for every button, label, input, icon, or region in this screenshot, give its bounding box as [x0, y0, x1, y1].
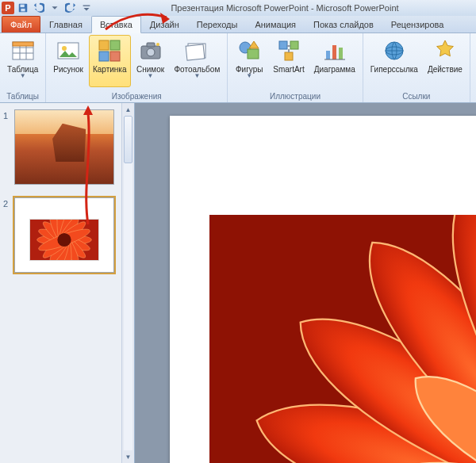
hyperlink-button-label: Гиперссылка	[370, 65, 418, 74]
window-title: Презентация Microsoft PowerPoint - Micro…	[94, 3, 476, 13]
smartart-button-label: SmartArt	[273, 65, 304, 74]
chart-button[interactable]: Диаграмма	[310, 35, 359, 87]
undo-button[interactable]	[32, 1, 46, 15]
smartart-icon	[276, 38, 301, 63]
chart-icon	[322, 38, 347, 63]
ribbon-group-tables: Таблица ▼ Таблицы	[0, 33, 46, 102]
tab-design[interactable]: Дизайн	[141, 15, 188, 33]
smartart-button[interactable]: SmartArt	[269, 35, 308, 87]
svg-rect-3	[83, 6, 90, 6]
clipart-button[interactable]: Картинка	[89, 35, 131, 87]
scrollbar-track[interactable]	[124, 116, 132, 450]
svg-rect-29	[332, 45, 336, 59]
dropdown-caret-icon: ▼	[148, 74, 154, 78]
tab-slideshow[interactable]: Показ слайдов	[305, 15, 382, 33]
dropdown-caret-icon: ▼	[20, 74, 26, 78]
svg-rect-18	[147, 43, 155, 47]
ribbon-group-links: Гиперссылка Действие Ссылки	[363, 33, 470, 102]
svg-point-47	[57, 233, 71, 247]
action-button-label: Действие	[428, 65, 463, 74]
group-label-tables: Таблицы	[3, 90, 42, 102]
svg-rect-25	[279, 41, 287, 49]
slide-canvas[interactable]	[170, 116, 476, 463]
ribbon-group-images: Рисунок Картинка Снимок ▼ Фотоальбом	[46, 33, 228, 102]
thumbnail-item: 1	[0, 103, 134, 191]
ribbon-group-text: Над	[470, 33, 476, 102]
ribbon-tabs: Файл Главная Вставка Дизайн Переходы Ани…	[0, 16, 476, 33]
chart-button-label: Диаграмма	[314, 65, 355, 74]
screenshot-button[interactable]: Снимок ▼	[132, 35, 169, 87]
title-bar: P Презентация Microsoft PowerPoint - Mic…	[0, 0, 476, 16]
scroll-down-arrow-icon[interactable]: ▼	[122, 450, 134, 463]
svg-rect-12	[99, 40, 109, 50]
svg-rect-26	[290, 41, 298, 49]
svg-point-17	[147, 48, 155, 56]
group-label-links: Ссылки	[367, 90, 466, 102]
tab-animations[interactable]: Анимация	[246, 15, 305, 33]
thumbnail-index: 1	[3, 109, 14, 185]
hyperlink-button[interactable]: Гиперссылка	[367, 35, 422, 87]
clipart-icon	[97, 38, 122, 63]
svg-point-11	[62, 46, 67, 51]
slide-image-flower[interactable]	[209, 215, 476, 463]
picture-button-label: Рисунок	[53, 65, 83, 74]
slide-thumbnail-2[interactable]	[14, 197, 114, 273]
slide-thumbnail-1[interactable]	[14, 109, 114, 185]
tab-file[interactable]: Файл	[2, 16, 40, 33]
svg-rect-30	[339, 48, 343, 59]
group-label-illustrations: Иллюстрации	[231, 90, 359, 102]
svg-point-19	[156, 43, 159, 46]
svg-rect-27	[285, 52, 293, 60]
thumbnail-image-flower	[29, 219, 99, 261]
powerpoint-app-icon: P	[2, 2, 14, 14]
svg-rect-1	[21, 5, 25, 8]
picture-button[interactable]: Рисунок	[49, 35, 87, 87]
svg-rect-9	[13, 42, 33, 46]
svg-rect-15	[110, 52, 120, 61]
thumbnail-index: 2	[3, 197, 14, 273]
tab-review[interactable]: Рецензирова	[382, 15, 453, 33]
tab-transitions[interactable]: Переходы	[188, 15, 247, 33]
qat-customize-dropdown[interactable]	[79, 1, 94, 15]
clipart-button-label: Картинка	[93, 65, 127, 74]
redo-button[interactable]	[63, 1, 78, 15]
dropdown-caret-icon: ▼	[246, 74, 252, 78]
thumbnail-image-landscape	[15, 110, 113, 184]
svg-rect-22	[186, 44, 205, 60]
tab-insert[interactable]: Вставка	[91, 16, 141, 33]
slide-editor-area[interactable]	[135, 103, 476, 463]
ribbon-group-illustrations: Фигуры ▼ SmartArt Диаграмма Иллюстрации	[228, 33, 363, 102]
thumbnail-item: 2	[0, 191, 134, 279]
slide-thumbnails-pane: 1 2	[0, 103, 135, 463]
svg-rect-28	[326, 51, 330, 59]
workspace: 1 2	[0, 103, 476, 463]
photoalbum-button[interactable]: Фотоальбом ▼	[171, 35, 225, 87]
action-icon	[432, 38, 458, 63]
action-button[interactable]: Действие	[424, 35, 466, 87]
tab-home[interactable]: Главная	[40, 15, 91, 33]
picture-icon	[56, 38, 81, 63]
save-button[interactable]	[16, 1, 30, 15]
svg-rect-13	[110, 40, 120, 50]
hyperlink-icon	[382, 38, 407, 63]
dropdown-caret-icon: ▼	[194, 74, 200, 78]
shapes-icon	[236, 38, 262, 63]
photoalbum-icon	[184, 38, 209, 63]
table-button[interactable]: Таблица ▼	[3, 35, 42, 87]
scroll-up-arrow-icon[interactable]: ▲	[122, 103, 134, 116]
group-label-images: Изображения	[49, 90, 224, 102]
svg-rect-2	[21, 9, 25, 12]
undo-dropdown[interactable]	[48, 1, 62, 15]
svg-rect-24	[248, 49, 259, 59]
ribbon: Таблица ▼ Таблицы Рисунок Картинка	[0, 33, 476, 103]
shapes-button[interactable]: Фигуры ▼	[231, 35, 267, 87]
svg-rect-14	[99, 52, 109, 61]
table-icon	[10, 38, 36, 63]
scrollbar-thumb[interactable]	[124, 116, 132, 163]
thumbnails-scrollbar[interactable]: ▲ ▼	[121, 103, 134, 463]
screenshot-icon	[138, 38, 163, 63]
quick-access-toolbar: P	[0, 0, 94, 16]
